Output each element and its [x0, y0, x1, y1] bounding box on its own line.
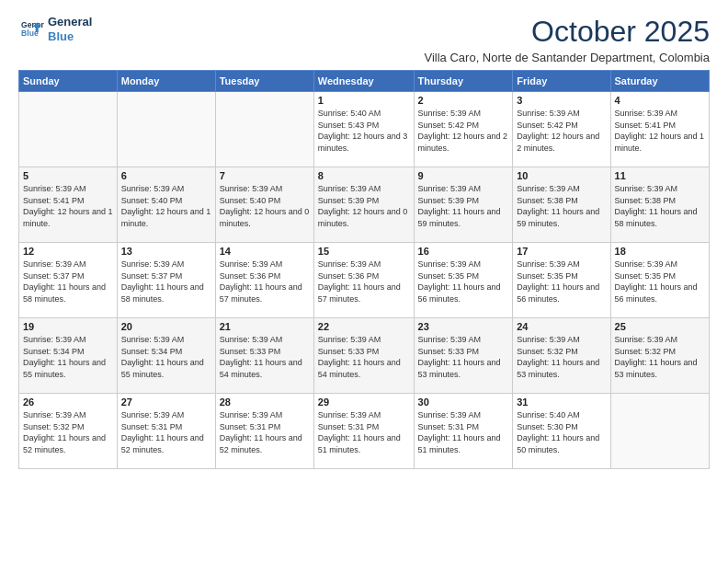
- day-number: 19: [23, 321, 113, 332]
- calendar-cell: 17Sunrise: 5:39 AM Sunset: 5:35 PM Dayli…: [513, 243, 610, 318]
- day-info: Sunrise: 5:40 AM Sunset: 5:43 PM Dayligh…: [318, 108, 410, 154]
- col-header-tuesday: Tuesday: [215, 71, 313, 92]
- calendar-cell: 20Sunrise: 5:39 AM Sunset: 5:34 PM Dayli…: [117, 318, 215, 394]
- logo-text-general: General: [48, 15, 92, 29]
- calendar-cell: 23Sunrise: 5:39 AM Sunset: 5:33 PM Dayli…: [414, 318, 513, 394]
- calendar-cell: [117, 92, 215, 167]
- calendar-cell: 29Sunrise: 5:39 AM Sunset: 5:31 PM Dayli…: [313, 394, 414, 469]
- day-number: 1: [318, 95, 410, 106]
- day-number: 10: [517, 170, 606, 181]
- page: General Blue General Blue October 2025 V…: [0, 0, 728, 563]
- calendar-cell: 30Sunrise: 5:39 AM Sunset: 5:31 PM Dayli…: [414, 394, 513, 469]
- calendar-cell: 31Sunrise: 5:40 AM Sunset: 5:30 PM Dayli…: [513, 394, 610, 469]
- day-number: 13: [121, 246, 211, 257]
- day-info: Sunrise: 5:39 AM Sunset: 5:31 PM Dayligh…: [318, 409, 410, 455]
- calendar-cell: 28Sunrise: 5:39 AM Sunset: 5:31 PM Dayli…: [215, 394, 313, 469]
- day-info: Sunrise: 5:39 AM Sunset: 5:32 PM Dayligh…: [517, 334, 606, 380]
- calendar-cell: 1Sunrise: 5:40 AM Sunset: 5:43 PM Daylig…: [313, 92, 414, 167]
- day-info: Sunrise: 5:39 AM Sunset: 5:35 PM Dayligh…: [418, 259, 509, 304]
- day-number: 16: [418, 246, 509, 257]
- day-info: Sunrise: 5:39 AM Sunset: 5:31 PM Dayligh…: [418, 409, 509, 455]
- calendar-cell: 5Sunrise: 5:39 AM Sunset: 5:41 PM Daylig…: [19, 167, 118, 243]
- calendar-cell: 9Sunrise: 5:39 AM Sunset: 5:39 PM Daylig…: [414, 167, 513, 243]
- calendar-cell: 10Sunrise: 5:39 AM Sunset: 5:38 PM Dayli…: [513, 167, 610, 243]
- calendar-cell: 27Sunrise: 5:39 AM Sunset: 5:31 PM Dayli…: [117, 394, 215, 469]
- day-info: Sunrise: 5:39 AM Sunset: 5:37 PM Dayligh…: [23, 259, 113, 304]
- day-number: 3: [517, 95, 606, 106]
- day-info: Sunrise: 5:39 AM Sunset: 5:35 PM Dayligh…: [615, 259, 705, 304]
- day-info: Sunrise: 5:39 AM Sunset: 5:32 PM Dayligh…: [23, 409, 113, 455]
- day-number: 6: [121, 170, 211, 181]
- calendar-cell: 4Sunrise: 5:39 AM Sunset: 5:41 PM Daylig…: [610, 92, 709, 167]
- day-info: Sunrise: 5:39 AM Sunset: 5:42 PM Dayligh…: [418, 108, 509, 154]
- day-info: Sunrise: 5:39 AM Sunset: 5:31 PM Dayligh…: [121, 409, 211, 455]
- calendar-cell: 15Sunrise: 5:39 AM Sunset: 5:36 PM Dayli…: [313, 243, 414, 318]
- location-subtitle: Villa Caro, Norte de Santander Departmen…: [425, 51, 710, 64]
- day-info: Sunrise: 5:39 AM Sunset: 5:33 PM Dayligh…: [318, 334, 410, 380]
- calendar-cell: 21Sunrise: 5:39 AM Sunset: 5:33 PM Dayli…: [215, 318, 313, 394]
- week-row-2: 12Sunrise: 5:39 AM Sunset: 5:37 PM Dayli…: [19, 243, 710, 318]
- day-number: 5: [23, 170, 113, 181]
- day-info: Sunrise: 5:39 AM Sunset: 5:34 PM Dayligh…: [23, 334, 113, 380]
- day-number: 29: [318, 396, 410, 408]
- day-info: Sunrise: 5:39 AM Sunset: 5:33 PM Dayligh…: [220, 334, 310, 380]
- day-number: 11: [615, 170, 705, 181]
- calendar-cell: [19, 92, 118, 167]
- day-number: 9: [418, 170, 509, 181]
- day-number: 14: [220, 246, 310, 257]
- day-info: Sunrise: 5:39 AM Sunset: 5:31 PM Dayligh…: [220, 409, 310, 455]
- day-number: 26: [23, 396, 113, 408]
- calendar-cell: 25Sunrise: 5:39 AM Sunset: 5:32 PM Dayli…: [610, 318, 709, 394]
- logo: General Blue General Blue: [18, 15, 92, 43]
- calendar-table: SundayMondayTuesdayWednesdayThursdayFrid…: [18, 70, 710, 469]
- header: General Blue General Blue October 2025 V…: [18, 15, 710, 64]
- calendar-cell: 16Sunrise: 5:39 AM Sunset: 5:35 PM Dayli…: [414, 243, 513, 318]
- day-info: Sunrise: 5:39 AM Sunset: 5:37 PM Dayligh…: [121, 259, 211, 304]
- day-info: Sunrise: 5:39 AM Sunset: 5:36 PM Dayligh…: [318, 259, 410, 304]
- day-info: Sunrise: 5:39 AM Sunset: 5:40 PM Dayligh…: [121, 183, 211, 229]
- day-number: 4: [615, 95, 705, 106]
- calendar-cell: 12Sunrise: 5:39 AM Sunset: 5:37 PM Dayli…: [19, 243, 118, 318]
- calendar-cell: 7Sunrise: 5:39 AM Sunset: 5:40 PM Daylig…: [215, 167, 313, 243]
- calendar-cell: 8Sunrise: 5:39 AM Sunset: 5:39 PM Daylig…: [313, 167, 414, 243]
- day-info: Sunrise: 5:39 AM Sunset: 5:40 PM Dayligh…: [220, 183, 310, 229]
- week-row-1: 5Sunrise: 5:39 AM Sunset: 5:41 PM Daylig…: [19, 167, 710, 243]
- day-number: 21: [220, 321, 310, 332]
- col-header-monday: Monday: [117, 71, 215, 92]
- day-info: Sunrise: 5:39 AM Sunset: 5:34 PM Dayligh…: [121, 334, 211, 380]
- day-info: Sunrise: 5:39 AM Sunset: 5:33 PM Dayligh…: [418, 334, 509, 380]
- col-header-friday: Friday: [513, 71, 610, 92]
- day-info: Sunrise: 5:39 AM Sunset: 5:38 PM Dayligh…: [615, 183, 705, 229]
- day-number: 7: [220, 170, 310, 181]
- day-info: Sunrise: 5:39 AM Sunset: 5:39 PM Dayligh…: [318, 183, 410, 229]
- calendar-cell: 13Sunrise: 5:39 AM Sunset: 5:37 PM Dayli…: [117, 243, 215, 318]
- day-number: 25: [615, 321, 705, 332]
- calendar-cell: 2Sunrise: 5:39 AM Sunset: 5:42 PM Daylig…: [414, 92, 513, 167]
- day-info: Sunrise: 5:39 AM Sunset: 5:36 PM Dayligh…: [220, 259, 310, 304]
- day-number: 28: [220, 396, 310, 408]
- svg-text:General: General: [21, 19, 44, 29]
- col-header-thursday: Thursday: [414, 71, 513, 92]
- day-number: 17: [517, 246, 606, 257]
- day-number: 27: [121, 396, 211, 408]
- title-block: October 2025 Villa Caro, Norte de Santan…: [425, 15, 710, 64]
- day-info: Sunrise: 5:39 AM Sunset: 5:42 PM Dayligh…: [517, 108, 606, 154]
- week-row-0: 1Sunrise: 5:40 AM Sunset: 5:43 PM Daylig…: [19, 92, 710, 167]
- calendar-cell: 18Sunrise: 5:39 AM Sunset: 5:35 PM Dayli…: [610, 243, 709, 318]
- day-number: 18: [615, 246, 705, 257]
- day-number: 15: [318, 246, 410, 257]
- day-number: 20: [121, 321, 211, 332]
- week-row-4: 26Sunrise: 5:39 AM Sunset: 5:32 PM Dayli…: [19, 394, 710, 469]
- day-number: 22: [318, 321, 410, 332]
- day-info: Sunrise: 5:39 AM Sunset: 5:39 PM Dayligh…: [418, 183, 509, 229]
- col-header-wednesday: Wednesday: [313, 71, 414, 92]
- calendar-cell: [215, 92, 313, 167]
- calendar-cell: 26Sunrise: 5:39 AM Sunset: 5:32 PM Dayli…: [19, 394, 118, 469]
- calendar-cell: 11Sunrise: 5:39 AM Sunset: 5:38 PM Dayli…: [610, 167, 709, 243]
- logo-icon: General Blue: [18, 17, 44, 42]
- day-number: 23: [418, 321, 509, 332]
- day-number: 24: [517, 321, 606, 332]
- day-info: Sunrise: 5:39 AM Sunset: 5:41 PM Dayligh…: [615, 108, 705, 154]
- day-info: Sunrise: 5:40 AM Sunset: 5:30 PM Dayligh…: [517, 409, 606, 455]
- col-header-sunday: Sunday: [19, 71, 118, 92]
